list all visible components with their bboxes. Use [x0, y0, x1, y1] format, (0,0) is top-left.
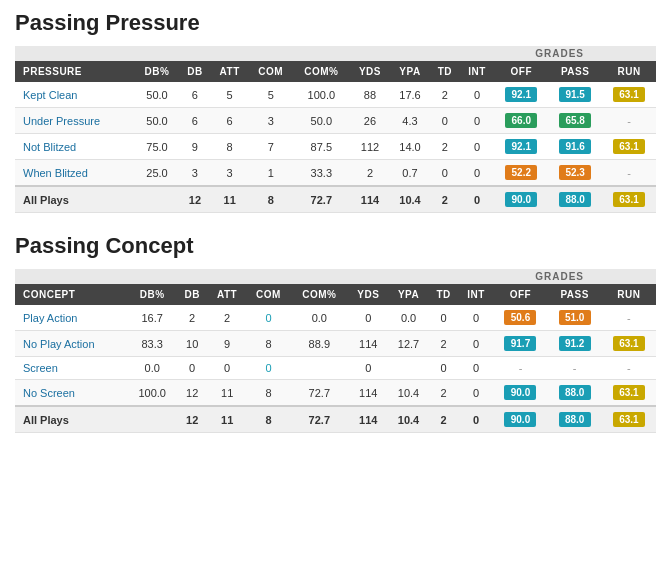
row-com: 0: [246, 357, 290, 380]
row-label[interactable]: Play Action: [15, 305, 128, 331]
row-db: 12: [176, 380, 208, 407]
row-yds: 2: [350, 160, 390, 187]
row-com-pct: 88.9: [291, 331, 348, 357]
table-row: All Plays1211872.711410.42090.088.063.1: [15, 186, 656, 213]
col-com-pct2: COM%: [291, 284, 348, 305]
row-db-pct: 0.0: [128, 357, 176, 380]
row-pass: 51.0: [548, 305, 602, 331]
table-row: Under Pressure50.066350.0264.30066.065.8…: [15, 108, 656, 134]
row-int: 0: [460, 134, 494, 160]
col-att2: ATT: [208, 284, 246, 305]
row-pass: 52.3: [548, 160, 602, 187]
row-yds: 114: [348, 380, 389, 407]
table-row: Kept Clean50.0655100.08817.62092.191.563…: [15, 82, 656, 108]
row-pass: 88.0: [548, 380, 602, 407]
grade-badge: 91.5: [559, 87, 591, 102]
row-db: 12: [176, 406, 208, 433]
grade-badge: 63.1: [613, 139, 645, 154]
row-td: 0: [430, 160, 460, 187]
grade-badge: 90.0: [504, 385, 536, 400]
row-att: 0: [208, 357, 246, 380]
row-label[interactable]: Kept Clean: [15, 82, 135, 108]
row-off: 92.1: [494, 134, 548, 160]
row-yds: 88: [350, 82, 390, 108]
row-com: 8: [249, 186, 293, 213]
col-off2: OFF: [493, 284, 547, 305]
row-att: 11: [208, 380, 246, 407]
row-ypa: 14.0: [390, 134, 430, 160]
grade-dash: -: [519, 362, 523, 374]
row-label[interactable]: When Blitzed: [15, 160, 135, 187]
row-com: 8: [246, 380, 290, 407]
grade-badge: 88.0: [559, 412, 591, 427]
row-att: 9: [208, 331, 246, 357]
grade-badge: 63.1: [613, 385, 645, 400]
row-yds: 112: [350, 134, 390, 160]
row-label[interactable]: Screen: [15, 357, 128, 380]
row-db-pct: 25.0: [135, 160, 179, 187]
row-db: 0: [176, 357, 208, 380]
row-com-pct: 0.0: [291, 305, 348, 331]
col-com: COM: [249, 61, 293, 82]
concept-table-wrapper: GRADES CONCEPT DB% DB ATT COM COM% YDS Y…: [15, 269, 656, 433]
col-run: RUN: [602, 61, 656, 82]
row-ypa: 10.4: [389, 380, 429, 407]
col-ypa: YPA: [390, 61, 430, 82]
row-com: 0: [246, 305, 290, 331]
row-db-pct: 83.3: [128, 331, 176, 357]
row-ypa: 10.4: [390, 186, 430, 213]
row-com-pct: [291, 357, 348, 380]
row-off: -: [493, 357, 547, 380]
row-off: 90.0: [493, 406, 547, 433]
row-td: 0: [428, 305, 458, 331]
grade-badge: 50.6: [504, 310, 536, 325]
row-att: 11: [211, 186, 249, 213]
grade-badge: 63.1: [613, 336, 645, 351]
concept-grades-label: GRADES: [535, 271, 652, 282]
col-yds2: YDS: [348, 284, 389, 305]
grade-badge: 65.8: [559, 113, 591, 128]
row-yds: 0: [348, 357, 389, 380]
row-com-pct: 100.0: [293, 82, 350, 108]
col-com2: COM: [246, 284, 290, 305]
pressure-table-wrapper: GRADES PRESSURE DB% DB ATT COM COM% YDS …: [15, 46, 656, 213]
row-run: 63.1: [602, 134, 656, 160]
col-concept: CONCEPT: [15, 284, 128, 305]
row-yds: 26: [350, 108, 390, 134]
row-label[interactable]: Not Blitzed: [15, 134, 135, 160]
row-td: 2: [430, 134, 460, 160]
row-com: 5: [249, 82, 293, 108]
row-com-pct: 72.7: [293, 186, 350, 213]
row-run: 63.1: [602, 406, 656, 433]
pressure-table: PRESSURE DB% DB ATT COM COM% YDS YPA TD …: [15, 61, 656, 213]
table-row: Screen0.0000000---: [15, 357, 656, 380]
row-db-pct: 50.0: [135, 82, 179, 108]
row-int: 0: [459, 305, 494, 331]
grade-badge: 90.0: [504, 412, 536, 427]
row-com: 1: [249, 160, 293, 187]
row-db-pct: [128, 406, 176, 433]
row-db-pct: [135, 186, 179, 213]
grade-badge: 52.3: [559, 165, 591, 180]
row-pass: 91.2: [548, 331, 602, 357]
col-pass2: PASS: [548, 284, 602, 305]
row-label[interactable]: No Play Action: [15, 331, 128, 357]
col-yds: YDS: [350, 61, 390, 82]
row-run: 63.1: [602, 380, 656, 407]
row-att: 2: [208, 305, 246, 331]
row-td: 2: [430, 82, 460, 108]
row-yds: 114: [348, 331, 389, 357]
table-row: When Blitzed25.033133.320.70052.252.3-: [15, 160, 656, 187]
row-label[interactable]: Under Pressure: [15, 108, 135, 134]
row-label[interactable]: No Screen: [15, 380, 128, 407]
row-pass: 91.6: [548, 134, 602, 160]
grades-header-row: GRADES: [15, 46, 656, 61]
row-int: 0: [459, 357, 494, 380]
concept-header-row: CONCEPT DB% DB ATT COM COM% YDS YPA TD I…: [15, 284, 656, 305]
col-int: INT: [460, 61, 494, 82]
col-td: TD: [430, 61, 460, 82]
table-row: All Plays1211872.711410.42090.088.063.1: [15, 406, 656, 433]
row-ypa: 17.6: [390, 82, 430, 108]
grade-dash: -: [573, 362, 577, 374]
row-int: 0: [459, 406, 494, 433]
